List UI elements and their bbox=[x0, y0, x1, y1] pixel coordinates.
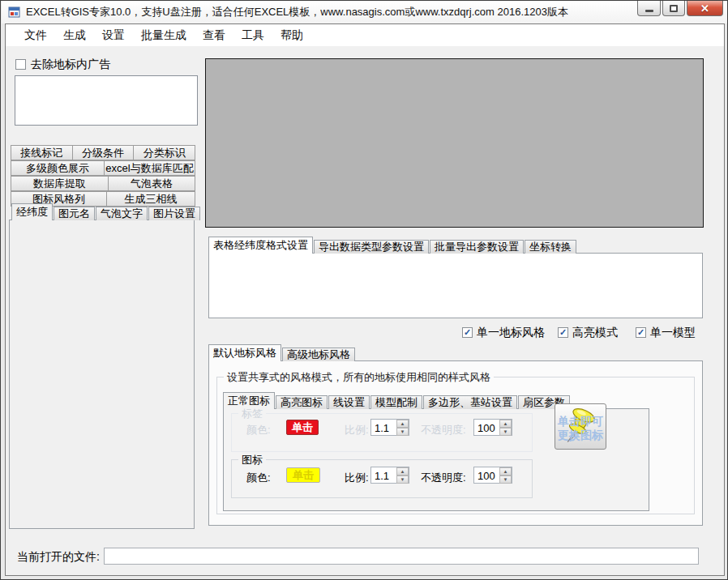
spinner-down-icon[interactable]: ▼ bbox=[396, 428, 409, 436]
single-style-checkbox[interactable] bbox=[462, 327, 473, 338]
classification-mark-button[interactable]: 分类标识 bbox=[133, 145, 195, 160]
icon-scale-value: 1.1 bbox=[371, 467, 396, 483]
menu-item-settings[interactable]: 设置 bbox=[94, 25, 133, 46]
close-button[interactable]: ✕ bbox=[687, 1, 723, 16]
icon-opacity-spinner[interactable]: 100 ▲▼ bbox=[473, 467, 512, 484]
label-color-label: 颜色: bbox=[246, 423, 271, 437]
app-window: EXCEL转GIS专家10.0，支持U盘注册，适合任何EXCEL模板，www.n… bbox=[0, 0, 728, 580]
tab-export-type-params[interactable]: 导出数据类型参数设置 bbox=[314, 240, 429, 254]
tab-model-config[interactable]: 模型配制 bbox=[370, 395, 422, 409]
grading-condition-button[interactable]: 分级条件 bbox=[72, 145, 135, 160]
tab-coord-convert[interactable]: 坐标转换 bbox=[525, 240, 576, 254]
icon-scale-spinner[interactable]: 1.1 ▲▼ bbox=[370, 467, 409, 484]
ad-listbox[interactable] bbox=[15, 75, 198, 126]
menu-item-view[interactable]: 查看 bbox=[195, 25, 233, 46]
tab-element-name[interactable]: 图元名 bbox=[54, 207, 95, 220]
label-scale-value: 1.1 bbox=[371, 420, 396, 435]
icon-opacity-label: 不透明度: bbox=[421, 471, 466, 485]
label-opacity-label: 不透明度: bbox=[421, 423, 466, 437]
menu-item-help[interactable]: 帮助 bbox=[272, 25, 311, 46]
menu-bar: 文件 生成 设置 批量生成 查看 工具 帮助 bbox=[6, 24, 724, 46]
menu-item-file[interactable]: 文件 bbox=[16, 25, 55, 46]
tab-batch-export-params[interactable]: 批量导出参数设置 bbox=[430, 240, 524, 254]
icon-color-button[interactable]: 单击 bbox=[286, 467, 320, 483]
bubble-table-button[interactable]: 气泡表格 bbox=[108, 176, 195, 191]
excel-db-match-button[interactable]: excel与数据库匹配 bbox=[104, 160, 195, 176]
label-scale-spinner[interactable]: 1.1 ▲▼ bbox=[370, 419, 409, 436]
tab-bubble-text[interactable]: 气泡文字 bbox=[96, 207, 148, 220]
menu-item-tools[interactable]: 工具 bbox=[233, 25, 272, 46]
app-icon bbox=[8, 6, 21, 19]
maximize-icon bbox=[670, 5, 678, 12]
title-bar[interactable]: EXCEL转GIS专家10.0，支持U盘注册，适合任何EXCEL模板，www.n… bbox=[2, 1, 728, 23]
highlight-mode-label: 高亮模式 bbox=[572, 326, 618, 340]
multilevel-color-button[interactable]: 多级颜色展示 bbox=[11, 160, 105, 176]
tab-line-settings[interactable]: 线设置 bbox=[328, 395, 370, 409]
tab-highlight-icon[interactable]: 高亮图标 bbox=[276, 395, 328, 409]
icon-style-group-title: 图标 bbox=[238, 453, 266, 467]
tab-polygon-base-settings[interactable]: 多边形、基站设置 bbox=[423, 395, 517, 409]
wiring-mark-button[interactable]: 接线标记 bbox=[11, 145, 73, 160]
minimize-icon bbox=[645, 10, 653, 12]
single-model-label: 单一模型 bbox=[650, 326, 696, 340]
map-preview-area bbox=[205, 58, 704, 228]
window-title: EXCEL转GIS专家10.0，支持U盘注册，适合任何EXCEL模板，www.n… bbox=[26, 5, 568, 19]
menu-item-generate[interactable]: 生成 bbox=[55, 25, 94, 46]
remove-ad-label: 去除地标内广告 bbox=[31, 58, 110, 72]
close-icon: ✕ bbox=[700, 2, 709, 15]
tab-image-settings[interactable]: 图片设置 bbox=[148, 207, 200, 220]
spinner-up-icon[interactable]: ▲ bbox=[499, 467, 512, 476]
maximize-button[interactable] bbox=[662, 1, 685, 16]
tab-advanced-style[interactable]: 高级地标风格 bbox=[282, 348, 355, 361]
spinner-up-icon[interactable]: ▲ bbox=[499, 420, 512, 428]
format-settings-page bbox=[208, 253, 703, 318]
tab-default-style[interactable]: 默认地标风格 bbox=[208, 344, 281, 361]
highlight-mode-checkbox[interactable] bbox=[558, 327, 568, 338]
single-model-checkbox[interactable] bbox=[636, 327, 646, 338]
icon-scale-label: 比例: bbox=[345, 471, 369, 485]
db-extract-button[interactable]: 数据库提取 bbox=[11, 176, 109, 191]
tab-format-settings[interactable]: 表格经纬度格式设置 bbox=[208, 237, 313, 254]
label-color-button[interactable]: 单击 bbox=[286, 420, 319, 435]
remove-ad-checkbox[interactable] bbox=[15, 59, 26, 70]
longitude-latitude-page bbox=[9, 220, 195, 529]
current-file-input[interactable] bbox=[104, 548, 699, 565]
tab-longitude-latitude[interactable]: 经纬度 bbox=[11, 203, 53, 220]
icon-opacity-value: 100 bbox=[474, 467, 499, 483]
spinner-up-icon[interactable]: ▲ bbox=[396, 467, 409, 476]
label-scale-label: 比例: bbox=[345, 423, 369, 437]
change-icon-overlay-text: 单击即可更换图标 bbox=[556, 415, 605, 442]
spinner-down-icon[interactable]: ▼ bbox=[499, 428, 512, 436]
label-opacity-spinner[interactable]: 100 ▲▼ bbox=[473, 419, 512, 436]
spinner-up-icon[interactable]: ▲ bbox=[396, 420, 409, 428]
menu-item-batch-generate[interactable]: 批量生成 bbox=[133, 25, 195, 46]
label-style-group-title: 标签 bbox=[238, 407, 266, 421]
current-file-label: 当前打开的文件: bbox=[17, 550, 100, 565]
single-style-label: 单一地标风格 bbox=[477, 326, 545, 340]
spinner-down-icon[interactable]: ▼ bbox=[396, 476, 409, 484]
spinner-down-icon[interactable]: ▼ bbox=[499, 476, 512, 484]
label-opacity-value: 100 bbox=[474, 420, 499, 435]
minimize-button[interactable] bbox=[637, 1, 661, 16]
shared-style-group-title: 设置共享式的风格模式，所有的地标使用相同的样式风格 bbox=[224, 370, 494, 385]
icon-color-label: 颜色: bbox=[246, 471, 271, 485]
